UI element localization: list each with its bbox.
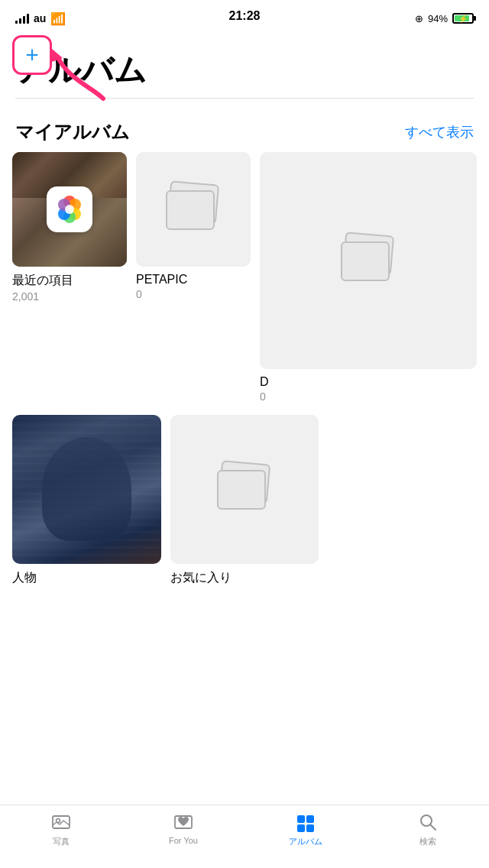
svg-rect-13 (297, 824, 305, 832)
search-icon (418, 812, 438, 832)
albums-tab-label: アルバム (289, 836, 322, 847)
heart-icon (173, 812, 193, 832)
empty-album-d (260, 152, 477, 369)
location-icon: ⊕ (415, 13, 423, 24)
status-left: au 📶 (15, 11, 66, 26)
empty-album-favorites (170, 415, 319, 564)
photos-icon-svg (53, 193, 86, 226)
carrier-label: au (34, 12, 46, 24)
photos-app-icon (47, 186, 92, 232)
page-title-container: アルバム (15, 37, 474, 92)
stack-card-front (166, 190, 215, 230)
album-item-recent[interactable]: 最近の項目 2,001 (12, 152, 127, 403)
wifi-icon: 📶 (50, 11, 66, 26)
album-name-recent: 最近の項目 (12, 273, 127, 289)
tab-for-you[interactable]: For You (122, 811, 244, 845)
svg-point-7 (65, 205, 74, 214)
charging-icon: ⚡ (458, 15, 468, 23)
album-name-d: D (260, 375, 477, 389)
album-stack-icon (163, 183, 224, 236)
photos-icon (51, 812, 71, 832)
header-divider (15, 98, 474, 99)
status-bar: au 📶 21:28 ⊕ 94% ⚡ (0, 0, 489, 34)
for-you-tab-icon (173, 811, 194, 833)
battery-percent: 94% (428, 13, 448, 24)
svg-rect-11 (297, 815, 305, 823)
status-right: ⊕ 94% ⚡ (415, 13, 474, 24)
albums-icon (296, 812, 316, 832)
album-name-favorites: お気に入り (170, 570, 319, 586)
album-item-petapic[interactable]: PETAPIC 0 (136, 152, 251, 403)
album-item-people[interactable]: 人物 (12, 415, 161, 588)
album-name-people: 人物 (12, 570, 161, 586)
photo-mosaic-people (12, 415, 161, 564)
tab-albums[interactable]: アルバム (244, 811, 367, 847)
tab-search[interactable]: 検索 (367, 811, 489, 847)
show-all-button[interactable]: すべて表示 (405, 123, 474, 141)
album-thumbnail-favorites (170, 415, 319, 564)
add-album-button[interactable]: + (12, 35, 52, 75)
albums-grid: 最近の項目 2,001 PETAPIC 0 (0, 152, 489, 588)
svg-rect-14 (306, 824, 314, 832)
tab-bar: 写真 For You アルバム (0, 805, 489, 868)
my-albums-section: マイアルバム すべて表示 (0, 111, 489, 588)
svg-rect-12 (306, 815, 314, 823)
section-title: マイアルバム (15, 120, 130, 144)
album-thumbnail-petapic (136, 152, 251, 267)
albums-row-1: 最近の項目 2,001 PETAPIC 0 (12, 152, 477, 403)
album-stack-icon-fav (214, 462, 275, 516)
empty-album-petapic (136, 152, 251, 267)
album-thumbnail-people (12, 415, 161, 564)
battery-icon: ⚡ (452, 13, 474, 24)
photos-tab-label: 写真 (53, 836, 70, 847)
album-name-petapic: PETAPIC (136, 273, 251, 287)
stack-front-d (341, 241, 390, 281)
section-header: マイアルバム すべて表示 (0, 111, 489, 152)
plus-icon: + (25, 44, 39, 66)
album-thumbnail-recent (12, 152, 127, 267)
photos-tab-icon (50, 811, 72, 833)
search-tab-icon (417, 811, 439, 833)
tab-photos[interactable]: 写真 (0, 811, 122, 847)
header: + アルバム (0, 34, 489, 111)
album-count-recent: 2,001 (12, 290, 127, 303)
album-thumbnail-d (260, 152, 477, 369)
albums-tab-icon (295, 811, 316, 833)
album-item-favorites[interactable]: お気に入り (170, 415, 319, 588)
for-you-tab-label: For You (169, 836, 198, 845)
album-count-petapic: 0 (136, 288, 251, 300)
search-tab-label: 検索 (419, 836, 436, 847)
page-title: アルバム (15, 43, 474, 92)
signal-bars (15, 13, 29, 24)
stack-front-fav (217, 470, 266, 510)
status-time: 21:28 (229, 9, 261, 23)
album-count-d: 0 (260, 390, 477, 403)
album-stack-icon-d (338, 234, 399, 287)
album-item-d[interactable]: D 0 (260, 152, 477, 403)
albums-row-2: 人物 お気に入り (12, 415, 477, 588)
photo-mosaic-1 (12, 152, 127, 267)
